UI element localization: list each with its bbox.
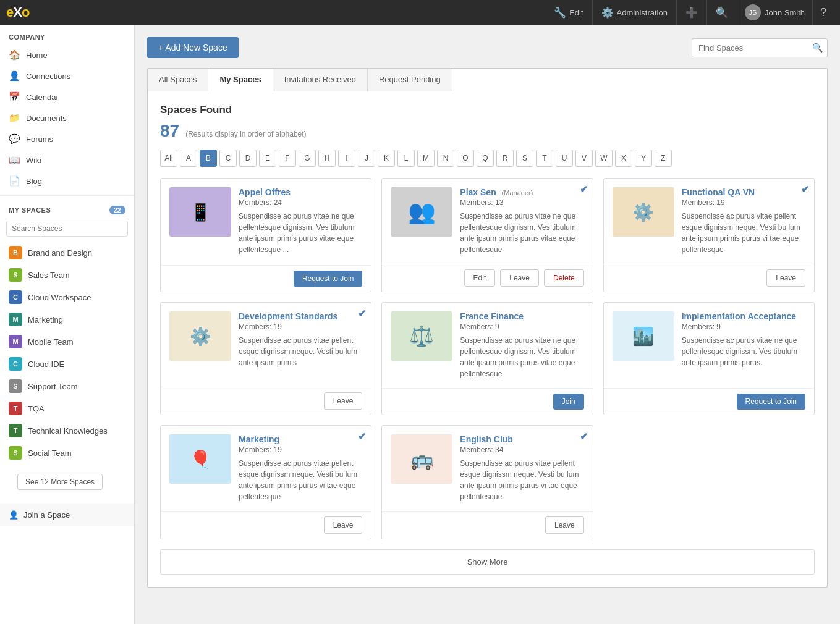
search-nav-item[interactable]: 🔍 <box>707 0 737 25</box>
checkmark-icon: ✔ <box>358 431 366 442</box>
alpha-btn-m[interactable]: M <box>417 150 435 167</box>
card-title[interactable]: Marketing <box>239 434 362 444</box>
sidebar-item-wiki[interactable]: 📖 Wiki <box>0 150 134 171</box>
tab-invitations-received[interactable]: Invitations Received <box>273 69 368 91</box>
sidebar-space-sales-team[interactable]: S Sales Team <box>0 264 134 286</box>
sidebar-item-label: Connections <box>26 72 70 81</box>
tab-request-pending[interactable]: Request Pending <box>368 69 452 91</box>
leave-button[interactable]: Leave <box>324 392 363 410</box>
search-spaces-input[interactable] <box>6 221 128 237</box>
add-nav-item[interactable]: ➕ <box>677 0 707 25</box>
alpha-btn-h[interactable]: H <box>318 150 336 167</box>
alpha-btn-s[interactable]: S <box>516 150 533 167</box>
sidebar-item-calendar[interactable]: 📅 Calendar <box>0 86 134 108</box>
card-desc: Suspendisse ac purus vitae ne que pellen… <box>460 335 583 379</box>
card-body: France Finance Members: 9 Suspendisse ac… <box>460 311 583 379</box>
alpha-btn-l[interactable]: L <box>397 150 415 167</box>
alpha-btn-o[interactable]: O <box>457 150 474 167</box>
sidebar-item-forums[interactable]: 💬 Forums <box>0 129 134 150</box>
request-to-join-button[interactable]: Request to Join <box>294 271 362 287</box>
space-card-english-club: ✔ 🚌 English Club Members: 34 Suspendisse… <box>381 425 593 539</box>
leave-button[interactable]: Leave <box>545 516 584 534</box>
my-spaces-title: MY SPACES <box>9 206 51 214</box>
tabs-bar: All Spaces My Spaces Invitations Receive… <box>147 68 828 91</box>
card-title[interactable]: Plax Sen (Manager) <box>460 187 583 197</box>
alpha-btn-t[interactable]: T <box>536 150 553 167</box>
alpha-btn-c[interactable]: C <box>219 150 237 167</box>
edit-button[interactable]: Edit <box>464 269 496 287</box>
alpha-btn-x[interactable]: X <box>615 150 632 167</box>
alpha-btn-j[interactable]: J <box>358 150 375 167</box>
tab-my-spaces[interactable]: My Spaces <box>208 69 273 91</box>
alpha-btn-z[interactable]: Z <box>655 150 672 167</box>
card-title[interactable]: France Finance <box>460 311 583 321</box>
manager-tag: (Manager) <box>502 189 533 196</box>
alpha-btn-r[interactable]: R <box>496 150 514 167</box>
sidebar-space-mobile-team[interactable]: M Mobile Team <box>0 331 134 353</box>
alpha-btn-v[interactable]: V <box>575 150 593 167</box>
alpha-btn-y[interactable]: Y <box>635 150 652 167</box>
alpha-btn-n[interactable]: N <box>437 150 454 167</box>
admin-nav-item[interactable]: ⚙️ Administration <box>593 0 677 25</box>
delete-button[interactable]: Delete <box>544 269 584 287</box>
alpha-btn-b[interactable]: B <box>200 150 217 167</box>
sidebar-space-cloud-ide[interactable]: C Cloud IDE <box>0 353 134 375</box>
space-label: TQA <box>28 404 45 413</box>
alpha-btn-k[interactable]: K <box>378 150 395 167</box>
sidebar-item-documents[interactable]: 📁 Documents <box>0 108 134 129</box>
see-more-spaces-button[interactable]: See 12 More Spaces <box>17 474 103 490</box>
card-desc: Suspendisse ac purus vitae pellent esque… <box>239 335 362 368</box>
alpha-btn-g[interactable]: G <box>299 150 316 167</box>
alpha-btn-w[interactable]: W <box>595 150 613 167</box>
find-spaces-input[interactable] <box>692 38 828 57</box>
alpha-btn-all[interactable]: All <box>160 150 177 167</box>
sidebar-space-support-team[interactable]: S Support Team <box>0 375 134 397</box>
sidebar-space-cloud-workspace[interactable]: C Cloud Workspace <box>0 286 134 308</box>
space-card-development-standards: ✔ ⚙️ Development Standards Members: 19 S… <box>160 302 371 415</box>
alpha-btn-i[interactable]: I <box>338 150 355 167</box>
sidebar-space-tqa[interactable]: T TQA <box>0 397 134 420</box>
join-space-item[interactable]: 👤 Join a Space <box>0 504 134 526</box>
card-title[interactable]: Development Standards <box>239 311 362 321</box>
card-image: ⚙️ <box>169 311 231 361</box>
sidebar-item-label: Wiki <box>26 156 41 165</box>
alpha-btn-d[interactable]: D <box>239 150 257 167</box>
request-to-join-button[interactable]: Request to Join <box>737 394 805 410</box>
sidebar-space-technical-knowledges[interactable]: T Technical Knowledges <box>0 420 134 442</box>
card-title[interactable]: Implementation Acceptance <box>682 311 805 321</box>
alpha-btn-f[interactable]: F <box>279 150 296 167</box>
leave-button[interactable]: Leave <box>324 516 363 534</box>
sidebar-item-home[interactable]: 🏠 Home <box>0 44 134 65</box>
show-more-button[interactable]: Show More <box>160 549 815 575</box>
sidebar-space-social-team[interactable]: S Social Team <box>0 442 134 464</box>
checkmark-icon: ✔ <box>580 431 588 442</box>
tab-all-spaces[interactable]: All Spaces <box>148 69 208 91</box>
space-icon: B <box>9 246 22 259</box>
help-nav-item[interactable]: ? <box>813 0 834 25</box>
leave-button[interactable]: Leave <box>766 269 805 287</box>
card-title[interactable]: English Club <box>460 434 583 444</box>
find-spaces-search-icon[interactable]: 🔍 <box>812 43 823 53</box>
card-members: Members: 24 <box>239 198 362 207</box>
alpha-btn-q[interactable]: Q <box>477 150 494 167</box>
leave-button[interactable]: Leave <box>500 269 539 287</box>
add-new-space-button[interactable]: + Add New Space <box>147 37 239 58</box>
space-icon: C <box>9 290 22 304</box>
edit-nav-item[interactable]: 🔧 Edit <box>545 0 592 25</box>
gear-icon: ⚙️ <box>601 7 614 19</box>
sidebar-item-blog[interactable]: 📄 Blog <box>0 171 134 192</box>
logo[interactable]: eXo <box>6 4 29 20</box>
alpha-btn-a[interactable]: A <box>180 150 197 167</box>
card-title[interactable]: Functional QA VN <box>682 187 805 197</box>
space-card-marketing: ✔ 🎈 Marketing Members: 19 Suspendisse ac… <box>160 425 371 539</box>
join-button[interactable]: Join <box>553 394 584 410</box>
card-members: Members: 19 <box>682 198 805 207</box>
alpha-btn-u[interactable]: U <box>556 150 573 167</box>
card-footer: Join <box>382 388 592 415</box>
card-title[interactable]: Appel Offres <box>239 187 362 197</box>
user-nav-item[interactable]: JS John Smith <box>737 0 813 25</box>
sidebar-space-brand-design[interactable]: B Brand and Design <box>0 242 134 264</box>
sidebar-item-connections[interactable]: 👤 Connections <box>0 65 134 86</box>
alpha-btn-e[interactable]: E <box>259 150 276 167</box>
sidebar-space-marketing[interactable]: M Marketing <box>0 308 134 331</box>
